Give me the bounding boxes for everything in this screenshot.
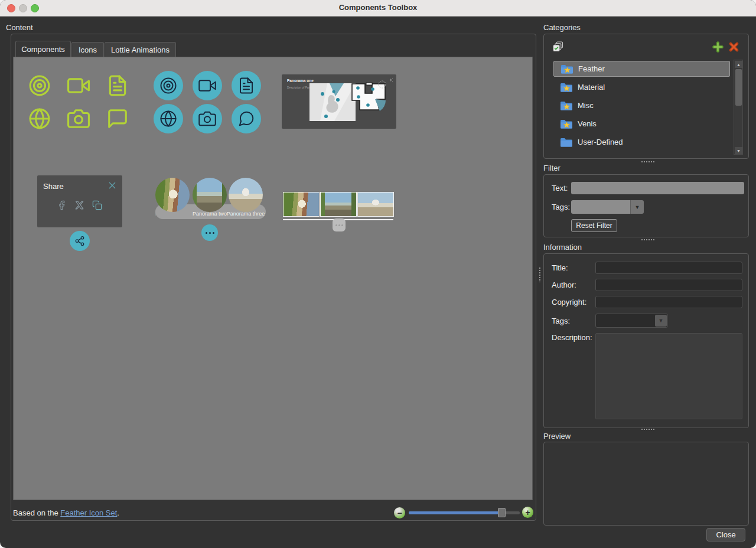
share-popup-close-icon xyxy=(108,181,116,190)
tab-lottie-animations[interactable]: Lottie Animations xyxy=(105,42,176,57)
minus-icon: − xyxy=(397,509,402,517)
select-all-categories-icon[interactable] xyxy=(553,41,563,52)
info-author-input[interactable] xyxy=(595,279,742,291)
component-orb-map-popup[interactable]: Panorama one Description of Panorama one xyxy=(282,74,396,131)
delete-category-button[interactable] xyxy=(728,41,739,53)
component-feather-orb-point-hotspots[interactable] xyxy=(154,71,261,133)
message-circle-orb-icon xyxy=(232,104,261,133)
zoom-in-button[interactable]: + xyxy=(522,507,533,518)
info-description-label: Description: xyxy=(552,333,592,342)
paging-label: Panorama three xyxy=(219,211,273,217)
filter-text-input[interactable] xyxy=(571,182,744,194)
scroll-up-button[interactable]: ▲ xyxy=(735,61,742,68)
zoom-out-button[interactable]: − xyxy=(394,507,405,518)
folder-star-icon xyxy=(561,64,573,74)
scroll-down-button[interactable]: ▼ xyxy=(735,147,742,154)
copy-icon xyxy=(92,200,102,210)
video-icon xyxy=(67,74,90,97)
window-title: Components Toolbox xyxy=(0,3,756,12)
info-copyright-input[interactable] xyxy=(595,296,742,308)
panorama-one-thumb xyxy=(155,178,190,212)
zoom-slider-thumb[interactable] xyxy=(498,508,506,517)
filter-tags-select[interactable] xyxy=(571,200,630,214)
categories-scrollbar[interactable]: ▲ ▼ xyxy=(734,60,743,155)
info-tags-label: Tags: xyxy=(552,317,570,325)
components-toolbox-window: Components Toolbox Content Components Ic… xyxy=(0,0,756,548)
chevron-down-icon: ▼ xyxy=(659,318,664,324)
tab-components[interactable]: Components xyxy=(15,41,71,57)
panorama-two-thumb xyxy=(193,178,227,212)
category-item-misc[interactable]: Misc xyxy=(553,97,730,113)
tab-icons[interactable]: Icons xyxy=(71,42,104,57)
category-item-material[interactable]: Material xyxy=(553,79,730,95)
footer-credit: Based on the Feather Icon Set. xyxy=(13,508,119,517)
panorama-three-thumb xyxy=(229,178,263,212)
scrollbar-thumb[interactable] xyxy=(735,69,742,106)
share-orb xyxy=(70,231,90,251)
filter-tags-dropdown-arrow[interactable]: ▼ xyxy=(630,200,644,214)
title-bar[interactable]: Components Toolbox xyxy=(0,0,756,17)
component-box-sliding-thumbnail-menu[interactable] xyxy=(283,192,395,236)
component-orb-share-popup[interactable]: Share xyxy=(37,175,122,227)
disc-orb-icon xyxy=(154,71,183,100)
folder-icon xyxy=(560,137,573,148)
panorama-two-thumb xyxy=(320,192,357,217)
chevron-down-icon: ▼ xyxy=(635,204,640,210)
category-item-venis[interactable]: Venis xyxy=(553,116,730,132)
disc-icon xyxy=(28,74,51,97)
map-popup-thumbnail: Panorama one Description of Panorama one xyxy=(282,74,396,129)
info-description-textarea[interactable] xyxy=(595,333,742,419)
info-copyright-label: Copyright: xyxy=(552,298,586,306)
camera-orb-icon xyxy=(193,104,222,133)
category-item-user-defined[interactable]: User-Defined xyxy=(553,134,730,150)
panorama-one-thumb xyxy=(283,192,320,217)
video-orb-icon xyxy=(193,71,222,100)
filter-group-label: Filter xyxy=(543,164,561,172)
folder-star-icon xyxy=(560,100,573,111)
file-text-orb-icon xyxy=(232,71,261,100)
reset-filter-button[interactable]: Reset Filter xyxy=(571,219,617,232)
splitter-handle[interactable] xyxy=(641,239,655,241)
share-popup-title: Share xyxy=(43,182,64,191)
info-author-label: Author: xyxy=(552,280,576,289)
file-text-icon xyxy=(106,74,129,97)
folder-star-icon xyxy=(560,82,573,93)
splitter-handle[interactable] xyxy=(641,161,655,163)
map-popup-title: Panorama one xyxy=(287,79,314,83)
close-button[interactable]: Close xyxy=(706,528,745,542)
info-tags-dropdown-arrow[interactable]: ▼ xyxy=(655,315,667,327)
categories-group-label: Categories xyxy=(543,23,581,32)
x-twitter-icon xyxy=(74,200,84,210)
panorama-three-thumb xyxy=(357,192,394,217)
component-orb-paging-thumbnail-menu[interactable]: Panorama one Panorama two Panorama three xyxy=(155,178,268,249)
more-dots-chip xyxy=(333,218,346,231)
plus-icon: + xyxy=(525,508,530,517)
category-item-feather[interactable]: Feather xyxy=(553,61,730,77)
zoom-slider-fill xyxy=(409,511,501,514)
globe-icon xyxy=(28,107,51,130)
preview-group-label: Preview xyxy=(543,432,571,441)
component-feather-box-point-hotspots[interactable] xyxy=(28,74,129,130)
info-title-input[interactable] xyxy=(595,262,742,274)
message-square-icon xyxy=(106,107,129,130)
globe-orb-icon xyxy=(154,104,183,133)
facebook-icon xyxy=(57,200,67,210)
information-group-label: Information xyxy=(543,243,582,252)
filter-tags-label: Tags: xyxy=(552,203,570,211)
content-group-label: Content xyxy=(6,23,33,32)
filter-text-label: Text: xyxy=(552,184,568,193)
folder-star-icon xyxy=(560,119,573,129)
panel-splitter-handle[interactable] xyxy=(539,267,541,282)
splitter-handle[interactable] xyxy=(641,428,655,430)
add-category-button[interactable] xyxy=(712,41,724,53)
feather-icon-set-link[interactable]: Feather Icon Set xyxy=(60,508,117,517)
camera-icon xyxy=(67,107,90,130)
info-title-label: Title: xyxy=(552,263,568,272)
more-dots-orb xyxy=(201,224,218,241)
preview-group-box xyxy=(543,442,749,526)
